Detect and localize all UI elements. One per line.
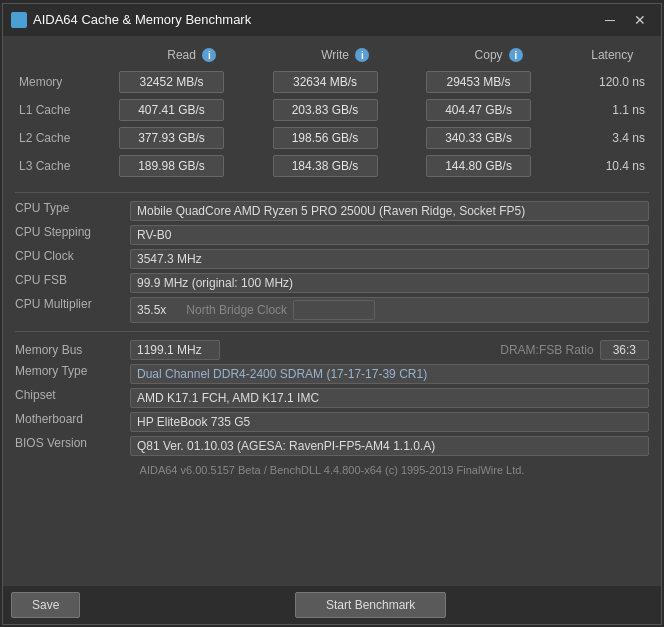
row-label: L1 Cache [15,96,115,124]
footer-note: AIDA64 v6.00.5157 Beta / BenchDLL 4.4.80… [15,460,649,478]
table-row: Memory 32452 MB/s 32634 MB/s 29453 MB/s … [15,68,649,96]
bios-label: BIOS Version [15,436,130,450]
col-header-read: Read i [115,44,269,69]
memory-type-label: Memory Type [15,364,130,378]
motherboard-row: Motherboard HP EliteBook 735 G5 [15,410,649,434]
memory-info-section: Memory Bus 1199.1 MHz DRAM:FSB Ratio 36:… [15,336,649,460]
cpu-multiplier-value: 35.5x North Bridge Clock [130,297,649,323]
chipset-label: Chipset [15,388,130,402]
write-cell: 203.83 GB/s [269,96,423,124]
bios-value: Q81 Ver. 01.10.03 (AGESA: RavenPI-FP5-AM… [130,436,649,456]
write-cell: 32634 MB/s [269,68,423,96]
cpu-clock-label: CPU Clock [15,249,130,263]
titlebar: AIDA64 Cache & Memory Benchmark ─ ✕ [3,4,661,36]
col-header-label [15,44,115,69]
north-bridge-label: North Bridge Clock [186,303,287,317]
cpu-type-value: Mobile QuadCore AMD Ryzen 5 PRO 2500U (R… [130,201,649,221]
divider-2 [15,331,649,332]
cpu-clock-value: 3547.3 MHz [130,249,649,269]
row-label: L3 Cache [15,152,115,180]
memory-bus-label: Memory Bus [15,343,130,357]
copy-cell: 340.33 GB/s [422,124,576,152]
latency-cell: 120.0 ns [576,68,649,96]
cpu-stepping-label: CPU Stepping [15,225,130,239]
main-window: AIDA64 Cache & Memory Benchmark ─ ✕ Read… [2,3,662,625]
cpu-clock-row: CPU Clock 3547.3 MHz [15,247,649,271]
write-cell: 198.56 GB/s [269,124,423,152]
row-label: Memory [15,68,115,96]
cpu-type-row: CPU Type Mobile QuadCore AMD Ryzen 5 PRO… [15,199,649,223]
titlebar-controls: ─ ✕ [597,9,653,31]
motherboard-label: Motherboard [15,412,130,426]
bios-row: BIOS Version Q81 Ver. 01.10.03 (AGESA: R… [15,434,649,458]
window-title: AIDA64 Cache & Memory Benchmark [33,12,251,27]
divider-1 [15,192,649,193]
read-info-icon[interactable]: i [202,48,216,62]
memory-type-row: Memory Type Dual Channel DDR4-2400 SDRAM… [15,362,649,386]
chipset-value: AMD K17.1 FCH, AMD K17.1 IMC [130,388,649,408]
col-header-latency: Latency [576,44,649,69]
latency-cell: 3.4 ns [576,124,649,152]
copy-cell: 144.80 GB/s [422,152,576,180]
north-bridge-value [293,300,375,320]
cpu-fsb-value: 99.9 MHz (original: 100 MHz) [130,273,649,293]
cpu-multiplier-row: CPU Multiplier 35.5x North Bridge Clock [15,295,649,325]
table-row: L2 Cache 377.93 GB/s 198.56 GB/s 340.33 … [15,124,649,152]
cpu-stepping-row: CPU Stepping RV-B0 [15,223,649,247]
bottom-bar: Save Start Benchmark [3,586,661,624]
app-icon [11,12,27,28]
row-label: L2 Cache [15,124,115,152]
main-content: Read i Write i Copy i Latency [3,36,661,586]
titlebar-left: AIDA64 Cache & Memory Benchmark [11,12,251,28]
col-header-write: Write i [269,44,423,69]
cpu-fsb-row: CPU FSB 99.9 MHz (original: 100 MHz) [15,271,649,295]
dram-ratio-value: 36:3 [600,340,649,360]
latency-cell: 1.1 ns [576,96,649,124]
write-info-icon[interactable]: i [355,48,369,62]
latency-cell: 10.4 ns [576,152,649,180]
copy-cell: 404.47 GB/s [422,96,576,124]
copy-info-icon[interactable]: i [509,48,523,62]
read-cell: 189.98 GB/s [115,152,269,180]
save-button[interactable]: Save [11,592,80,618]
cpu-info-section: CPU Type Mobile QuadCore AMD Ryzen 5 PRO… [15,197,649,327]
cpu-fsb-label: CPU FSB [15,273,130,287]
close-button[interactable]: ✕ [627,9,653,31]
read-cell: 32452 MB/s [115,68,269,96]
start-benchmark-button[interactable]: Start Benchmark [295,592,446,618]
benchmark-table: Read i Write i Copy i Latency [15,44,649,181]
minimize-button[interactable]: ─ [597,9,623,31]
table-row: L1 Cache 407.41 GB/s 203.83 GB/s 404.47 … [15,96,649,124]
cpu-multiplier-label: CPU Multiplier [15,297,130,311]
memory-bus-row: Memory Bus 1199.1 MHz DRAM:FSB Ratio 36:… [15,338,649,362]
read-cell: 407.41 GB/s [115,96,269,124]
copy-cell: 29453 MB/s [422,68,576,96]
cpu-type-label: CPU Type [15,201,130,215]
dram-ratio-section: DRAM:FSB Ratio 36:3 [500,340,649,360]
chipset-row: Chipset AMD K17.1 FCH, AMD K17.1 IMC [15,386,649,410]
write-cell: 184.38 GB/s [269,152,423,180]
table-row: L3 Cache 189.98 GB/s 184.38 GB/s 144.80 … [15,152,649,180]
cpu-stepping-value: RV-B0 [130,225,649,245]
memory-type-value: Dual Channel DDR4-2400 SDRAM (17-17-17-3… [130,364,649,384]
cpu-multiplier-text: 35.5x [137,303,166,317]
motherboard-value: HP EliteBook 735 G5 [130,412,649,432]
col-header-copy: Copy i [422,44,576,69]
dram-ratio-label: DRAM:FSB Ratio [500,343,593,357]
read-cell: 377.93 GB/s [115,124,269,152]
memory-bus-value: 1199.1 MHz [130,340,220,360]
